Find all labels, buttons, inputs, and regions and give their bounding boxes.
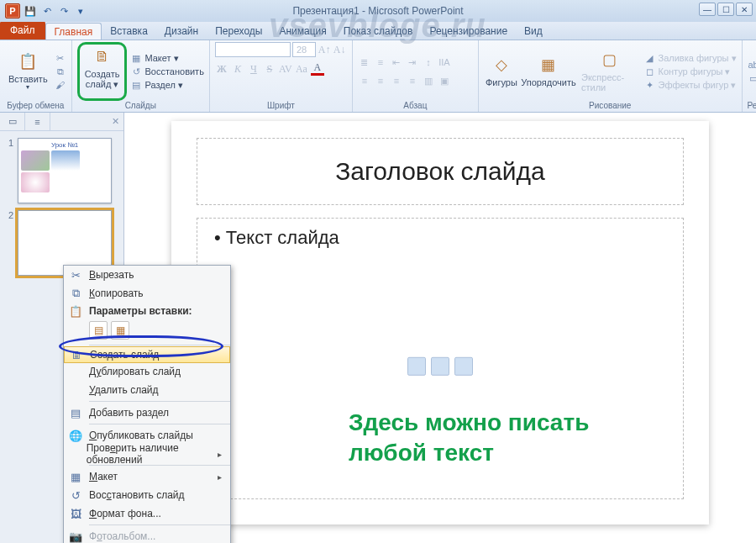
copy-icon[interactable]: ⧉ <box>55 66 66 77</box>
ctx-format-bg[interactable]: 🖼Формат фона... <box>64 504 230 523</box>
columns-icon[interactable]: ▥ <box>422 74 435 87</box>
bullet-text: • Текст слайда <box>214 227 666 249</box>
new-slide-button[interactable]: 🗎 Создать слайд ▾ <box>81 45 123 91</box>
content-placeholder[interactable]: • Текст слайда Здесь можно писать любой … <box>197 218 684 499</box>
char-spacing-button[interactable]: AV <box>279 62 292 76</box>
text-direction-icon[interactable]: IIA <box>438 55 451 69</box>
align-left-icon[interactable]: ≡ <box>358 74 371 87</box>
maximize-button[interactable]: ☐ <box>717 3 734 16</box>
thumb-2-number: 2 <box>8 210 13 276</box>
font-color-button[interactable]: A <box>311 62 324 76</box>
cut-icon: ✂ <box>67 269 84 282</box>
close-button[interactable]: ✕ <box>736 3 753 16</box>
shrink-font-icon[interactable]: A↓ <box>333 43 346 56</box>
minimize-button[interactable]: — <box>699 3 716 16</box>
new-slide-icon: 🗎 <box>92 47 113 67</box>
tab-animations[interactable]: Анимация <box>270 23 334 40</box>
redo-icon[interactable]: ↷ <box>57 4 71 18</box>
font-name-dropdown[interactable] <box>215 42 291 57</box>
shape-fill-button[interactable]: ◢Заливка фигуры ▾ <box>643 52 736 64</box>
ctx-copy[interactable]: ⧉Копировать <box>64 284 230 303</box>
new-slide-icon: 🗎 <box>68 349 85 361</box>
grow-font-icon[interactable]: A↑ <box>318 43 331 56</box>
slide-canvas[interactable]: Заголовок слайда • Текст слайда Здесь мо… <box>171 121 709 525</box>
numbering-icon[interactable]: ≡ <box>374 55 387 69</box>
select-button[interactable]: ▭Выдели <box>748 72 756 84</box>
insert-chart-icon[interactable] <box>431 356 449 375</box>
align-right-icon[interactable]: ≡ <box>390 74 403 87</box>
layout-icon: ▦ <box>67 471 84 483</box>
shape-effects-button[interactable]: ✦Эффекты фигур ▾ <box>643 79 736 91</box>
annotation-overlay: Здесь можно писать любой текст <box>349 408 589 469</box>
layout-button[interactable]: ▦Макет ▾ <box>130 52 203 64</box>
slides-tab-icon[interactable]: ▭ <box>0 113 25 130</box>
outline-icon: ◻ <box>643 66 655 77</box>
layout-icon: ▦ <box>130 52 142 64</box>
cut-icon[interactable]: ✂ <box>55 52 66 64</box>
tab-home[interactable]: Главная <box>45 23 102 40</box>
align-center-icon[interactable]: ≡ <box>374 74 387 87</box>
paste-option-2-icon[interactable]: ▦ <box>111 321 129 340</box>
ctx-duplicate[interactable]: Дублировать слайд <box>64 362 230 381</box>
content-insert-icons[interactable] <box>407 356 473 375</box>
quick-styles-button[interactable]: ▢Экспресс-стили <box>578 42 640 101</box>
bullets-icon[interactable]: ≣ <box>358 55 371 69</box>
album-icon: 📷 <box>67 530 84 543</box>
italic-button[interactable]: К <box>231 62 244 76</box>
ctx-new-slide[interactable]: 🗎Создать слайд <box>64 346 230 363</box>
tab-insert[interactable]: Вставка <box>102 23 156 40</box>
copy-icon: ⧉ <box>67 287 84 300</box>
ctx-paste-options: ▤ ▦ <box>64 319 230 343</box>
line-spacing-icon[interactable]: ↕ <box>422 55 435 69</box>
ctx-layout[interactable]: ▦Макет▸ <box>64 467 230 486</box>
bold-button[interactable]: Ж <box>215 62 228 76</box>
context-menu: ✂Вырезать ⧉Копировать 📋Параметры вставки… <box>63 265 231 543</box>
group-slides: 🗎 Создать слайд ▾ ▦Макет ▾ ↺Восстановить… <box>72 40 210 112</box>
file-tab[interactable]: Файл <box>0 21 45 40</box>
change-case-button[interactable]: Aa <box>295 62 308 76</box>
section-button[interactable]: ▤Раздел ▾ <box>130 79 203 91</box>
section-icon: ▤ <box>67 407 84 419</box>
replace-button[interactable]: abЗамен <box>748 59 756 71</box>
ctx-cut[interactable]: ✂Вырезать <box>64 266 230 284</box>
thumb-pane-close-icon[interactable]: ✕ <box>107 113 123 130</box>
paste-button[interactable]: 📋 Вставить ▾ <box>5 42 51 101</box>
format-painter-icon[interactable]: 🖌 <box>55 79 66 91</box>
thumb-1-number: 1 <box>8 138 13 203</box>
group-drawing: ◇Фигуры ▦Упорядочить ▢Экспресс-стили ◢За… <box>479 40 743 112</box>
ctx-reset-slide[interactable]: ↺Восстановить слайд <box>64 486 230 504</box>
strike-button[interactable]: S <box>263 62 276 76</box>
window-title: Презентация1 - Microsoft PowerPoint <box>292 5 463 17</box>
tab-slideshow[interactable]: Показ слайдов <box>335 23 422 40</box>
thumbnail-1[interactable]: 1 Урок №1 <box>8 138 115 203</box>
ctx-add-section[interactable]: ▤Добавить раздел <box>64 403 230 422</box>
dec-indent-icon[interactable]: ⇤ <box>390 55 403 69</box>
shape-outline-button[interactable]: ◻Контур фигуры ▾ <box>643 66 736 77</box>
justify-icon[interactable]: ≡ <box>406 74 419 87</box>
group-font-label: Шрифт <box>215 101 347 112</box>
insert-table-icon[interactable] <box>407 356 426 375</box>
title-placeholder[interactable]: Заголовок слайда <box>197 138 684 205</box>
qat-dropdown-icon[interactable]: ▾ <box>74 4 87 18</box>
tab-design[interactable]: Дизайн <box>156 23 207 40</box>
outline-tab-icon[interactable]: ≡ <box>25 113 50 130</box>
tab-transitions[interactable]: Переходы <box>207 23 270 40</box>
paste-option-1-icon[interactable]: ▤ <box>89 321 108 340</box>
convert-smartart-icon[interactable]: ▣ <box>438 74 451 87</box>
chevron-right-icon: ▸ <box>218 472 222 482</box>
font-size-dropdown[interactable]: 28 <box>292 42 316 57</box>
shapes-button[interactable]: ◇Фигуры <box>484 42 519 101</box>
ribbon-tabs: Файл Главная Вставка Дизайн Переходы Ани… <box>0 22 756 40</box>
undo-icon[interactable]: ↶ <box>40 4 54 18</box>
arrange-button[interactable]: ▦Упорядочить <box>522 42 575 101</box>
tab-review[interactable]: Рецензирование <box>421 23 516 40</box>
tab-view[interactable]: Вид <box>516 23 551 40</box>
group-editing-label: Редактир <box>748 101 756 112</box>
ctx-check-updates[interactable]: Проверить наличие обновлений▸ <box>64 445 230 463</box>
insert-smartart-icon[interactable] <box>454 356 473 375</box>
underline-button[interactable]: Ч <box>247 62 260 76</box>
reset-button[interactable]: ↺Восстановить <box>130 66 203 77</box>
ctx-delete[interactable]: Удалить слайд <box>64 381 230 399</box>
save-icon[interactable]: 💾 <box>24 4 37 18</box>
inc-indent-icon[interactable]: ⇥ <box>406 55 419 69</box>
